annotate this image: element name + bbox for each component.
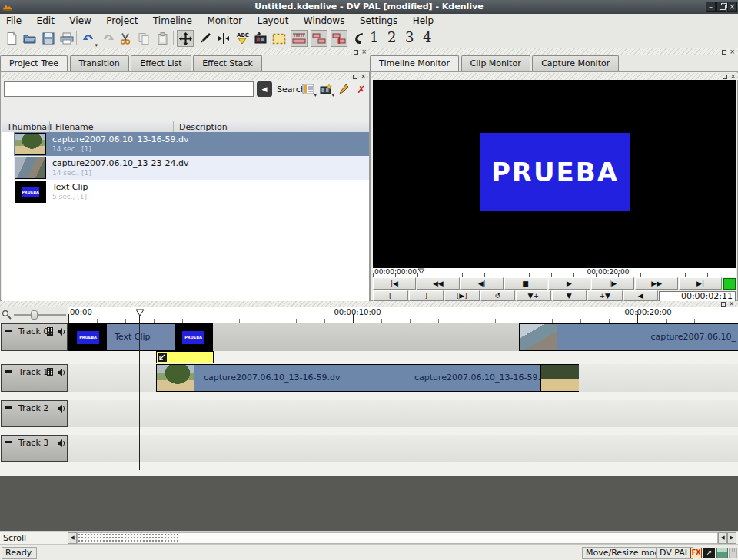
tab-project-tree[interactable]: Project Tree — [0, 55, 68, 71]
close-button[interactable]: × — [727, 2, 737, 12]
go-start-button[interactable]: |◀ — [373, 277, 416, 290]
play-button[interactable]: ▶ — [548, 277, 591, 290]
paste-button[interactable] — [154, 30, 171, 47]
open-button[interactable] — [22, 30, 38, 47]
timeline-clip-capture-top[interactable]: capture2007.06.10_ — [519, 323, 738, 351]
dock-handle[interactable]: × — [371, 73, 738, 80]
dock-float-button[interactable] — [720, 48, 727, 55]
zoom-slider-track[interactable] — [14, 314, 66, 316]
undo-button[interactable]: ▾ — [80, 30, 97, 47]
timeline-ruler[interactable]: 00:00 00:00:10:00 00:00:20:00 — [68, 307, 738, 323]
dock-float-button[interactable] — [351, 73, 358, 80]
prev-marker-button[interactable]: ◀ — [623, 290, 659, 301]
dock-handle[interactable]: × — [0, 301, 738, 307]
minimize-button[interactable]: – — [706, 2, 716, 12]
next-marker-button[interactable]: +▼ — [587, 290, 623, 301]
dock-handle[interactable]: × — [0, 48, 370, 55]
menu-monitor[interactable]: Monitor — [201, 14, 248, 28]
ruler-toggle-icon[interactable] — [729, 548, 737, 558]
tab-effect-stack[interactable]: Effect Stack — [193, 55, 262, 71]
add-clip-button[interactable]: ▾ — [318, 81, 334, 97]
collapse-track-icon[interactable] — [5, 441, 12, 443]
fast-forward-button[interactable]: ▶▶ — [635, 277, 678, 290]
track-3-header[interactable]: Track 3 — [1, 435, 68, 462]
track-0-content[interactable]: PRUEBA Text Clip PRUEBA capture2007.06.1… — [68, 323, 738, 351]
new-file-button[interactable] — [3, 30, 20, 47]
monitor-playhead-icon[interactable] — [417, 268, 425, 274]
layout-4-button[interactable]: 4 — [423, 29, 431, 45]
selection-zone-button[interactable] — [271, 30, 288, 47]
track-3-content[interactable] — [68, 435, 738, 462]
dock-close-button[interactable]: × — [729, 48, 736, 55]
menu-settings[interactable]: Settings — [354, 14, 404, 28]
save-button[interactable] — [40, 30, 57, 47]
track-1-header[interactable]: Track 1 — [1, 364, 68, 392]
dock-float-button[interactable] — [721, 73, 728, 80]
track-0-header[interactable]: Track 0 — [1, 323, 68, 351]
playhead-line[interactable] — [139, 315, 140, 470]
track-2-header[interactable]: Track 2 — [1, 400, 68, 427]
track-2-content[interactable] — [68, 400, 738, 427]
search-input[interactable] — [4, 81, 254, 97]
cut-button[interactable] — [117, 30, 134, 47]
tab-capture-monitor[interactable]: Capture Monitor — [532, 55, 619, 71]
zoom-slider-handle[interactable] — [31, 310, 38, 320]
move-tool-button[interactable] — [177, 30, 194, 47]
set-out-point-button[interactable]: ] — [409, 290, 444, 301]
dock-handle[interactable]: × — [370, 48, 738, 55]
dock-float-button[interactable] — [352, 48, 359, 55]
razor-tool-button[interactable] — [197, 30, 214, 47]
thumbnails-toggle-icon[interactable] — [716, 548, 728, 558]
menu-edit[interactable]: Edit — [31, 14, 61, 28]
tab-transition[interactable]: Transition — [70, 55, 129, 71]
column-filename[interactable]: Filename — [50, 121, 174, 133]
clear-search-button[interactable]: ◀ — [257, 81, 272, 97]
tab-effect-list[interactable]: Effect List — [131, 55, 191, 71]
timeline-playhead-icon[interactable] — [135, 309, 145, 316]
timeline-clip-capture-bottom[interactable]: capture2007.06.10_13-16-59.dv capture200… — [156, 364, 579, 392]
delete-clip-button[interactable]: ✗ — [354, 81, 369, 97]
markers-button[interactable] — [252, 30, 269, 47]
tab-clip-monitor[interactable]: Clip Monitor — [461, 55, 530, 71]
track-1-content[interactable]: capture2007.06.10_13-16-59.dv capture200… — [68, 364, 738, 392]
scroll-left-button[interactable]: ◀ — [68, 532, 77, 544]
restore-button[interactable] — [716, 2, 726, 12]
menu-layout[interactable]: Layout — [251, 14, 295, 28]
menu-help[interactable]: Help — [407, 14, 440, 28]
mute-horn-button[interactable] — [351, 30, 367, 47]
menu-view[interactable]: View — [63, 14, 97, 28]
goto-marker-button[interactable]: ▼ — [552, 290, 587, 301]
effects-toggle-icon[interactable]: FX — [690, 548, 702, 558]
collapse-track-icon[interactable] — [5, 406, 12, 409]
go-end-button[interactable]: ▶| — [679, 277, 722, 290]
record-ready-indicator[interactable] — [723, 278, 736, 290]
scrollbar-track[interactable] — [77, 532, 718, 544]
clip-row-capture1[interactable]: capture2007.06.10_13-16-59.dv 14 sec., [… — [2, 132, 369, 156]
clip-row-text-clip[interactable]: PRUEBA Text Clip 5 sec., [1] — [2, 180, 369, 204]
timeline-view-normal-button[interactable] — [291, 30, 308, 47]
timeline-clip-text[interactable]: PRUEBA Text Clip PRUEBA — [68, 323, 213, 351]
timeline-view-split-button[interactable] — [311, 30, 327, 47]
title-bar[interactable]: Untitled.kdenlive - DV PAL [modified] - … — [0, 0, 738, 14]
clip-row-capture2[interactable]: capture2007.06.10_13-23-24.dv 14 sec., [… — [2, 156, 369, 180]
collapse-track-icon[interactable] — [5, 370, 12, 373]
menu-windows[interactable]: Windows — [298, 14, 351, 28]
scroll-right-button[interactable]: ▶ — [727, 532, 736, 544]
redo-button[interactable] — [100, 30, 117, 47]
print-button[interactable] — [58, 30, 75, 47]
set-in-point-button[interactable]: [ — [373, 290, 408, 301]
scroll-left-button-2[interactable]: ◀ — [718, 532, 727, 544]
menu-file[interactable]: File — [0, 14, 28, 28]
menu-timeline[interactable]: Timeline — [147, 14, 198, 28]
timecode-display[interactable]: 00:00:02:11 — [659, 291, 736, 302]
edit-clip-button[interactable] — [336, 81, 351, 97]
timeline-view-marker-button[interactable] — [331, 30, 347, 47]
transition-bar[interactable] — [156, 351, 214, 363]
layout-1-button[interactable]: 1 — [370, 29, 378, 45]
frame-back-button[interactable]: ◀| — [460, 277, 504, 290]
add-text-marker-button[interactable]: ABC — [234, 30, 251, 47]
stop-button[interactable]: ■ — [504, 277, 547, 290]
dock-handle[interactable]: × — [2, 73, 368, 80]
tab-timeline-monitor[interactable]: Timeline Monitor — [370, 55, 459, 71]
column-thumbnail[interactable]: Thumbnail — [2, 121, 50, 133]
